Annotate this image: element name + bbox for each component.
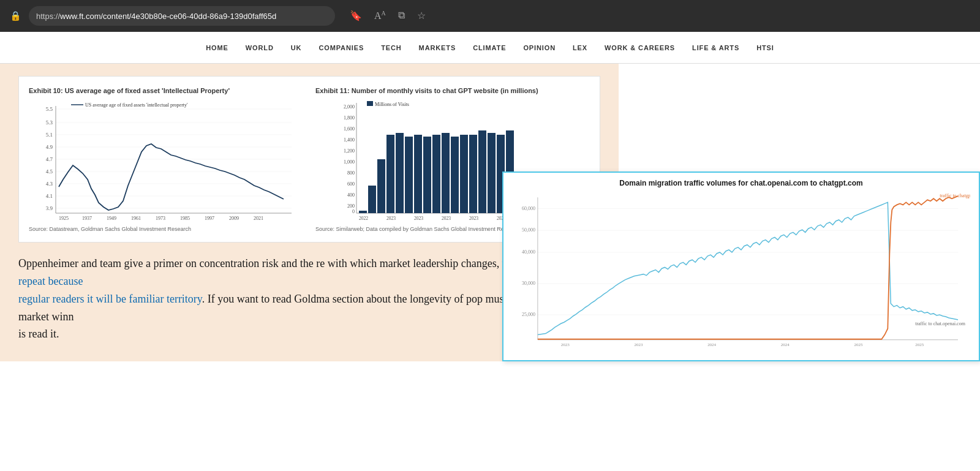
svg-rect-57 (460, 135, 468, 213)
nav-htsi[interactable]: HTSI (756, 44, 774, 51)
lock-icon: 🔒 (10, 10, 21, 21)
svg-rect-44 (367, 101, 373, 106)
svg-text:2023: 2023 (561, 342, 570, 347)
main-content: Exhibit 10: US average age of fixed asse… (0, 64, 980, 361)
chart2-title: Exhibit 11: Number of monthly visits to … (315, 86, 590, 95)
nav-tech[interactable]: TECH (381, 44, 401, 51)
svg-text:2024: 2024 (781, 342, 790, 347)
svg-rect-60 (488, 133, 496, 213)
svg-rect-50 (396, 133, 404, 213)
nav-markets[interactable]: MARKETS (419, 44, 456, 51)
svg-text:2023: 2023 (386, 216, 396, 221)
svg-rect-47 (368, 186, 376, 213)
nav-climate[interactable]: CLIMATE (473, 44, 506, 51)
svg-rect-49 (386, 135, 394, 213)
svg-text:1,800: 1,800 (344, 115, 355, 121)
nav-lex[interactable]: LEX (573, 44, 587, 51)
svg-text:3.9: 3.9 (46, 205, 53, 211)
svg-text:200: 200 (347, 203, 355, 209)
star-icon[interactable]: ☆ (417, 10, 426, 21)
chart1-title: Exhibit 10: US average age of fixed asse… (29, 86, 303, 95)
svg-text:2021: 2021 (254, 216, 263, 221)
text-size-icon[interactable]: AA (374, 10, 386, 21)
svg-text:2023: 2023 (469, 216, 478, 221)
svg-text:1985: 1985 (180, 216, 190, 221)
svg-text:50,000: 50,000 (522, 228, 535, 233)
svg-text:60,000: 60,000 (522, 206, 535, 211)
svg-text:2023: 2023 (414, 216, 423, 221)
url-bar[interactable]: https://www.ft.com/content/4e30b80e-ce06… (29, 6, 335, 26)
nav-uk[interactable]: UK (291, 44, 302, 51)
svg-rect-54 (432, 135, 440, 213)
svg-text:Millions of Visits: Millions of Visits (375, 102, 409, 107)
chart1-svg: 5.5 5.3 5.1 4.9 4.7 4.5 4.3 4.1 3.9 (29, 100, 303, 222)
svg-text:30,000: 30,000 (522, 281, 535, 286)
svg-text:1961: 1961 (131, 216, 141, 221)
svg-text:40,000: 40,000 (522, 249, 535, 255)
svg-rect-48 (377, 159, 385, 213)
article-link[interactable]: which we won't repeat becauseregular rea… (18, 257, 571, 305)
svg-rect-56 (451, 137, 459, 213)
svg-text:traffic to chatgpt.com: traffic to chatgpt.com (940, 193, 970, 198)
nav-world[interactable]: WORLD (246, 44, 274, 51)
svg-text:4.3: 4.3 (46, 181, 53, 187)
svg-text:25,000: 25,000 (522, 312, 535, 317)
svg-text:4.1: 4.1 (46, 193, 53, 199)
nav-companies[interactable]: COMPANIES (318, 44, 364, 51)
svg-text:1,400: 1,400 (344, 137, 355, 143)
svg-rect-53 (423, 137, 431, 213)
svg-rect-52 (414, 135, 422, 213)
svg-text:4.5: 4.5 (46, 168, 53, 175)
svg-text:2023: 2023 (442, 216, 451, 221)
tab-icon[interactable]: ⧉ (398, 10, 405, 21)
svg-text:1973: 1973 (156, 216, 165, 221)
nav-home[interactable]: HOME (206, 44, 228, 51)
overlay-chart-title: Domain migration traffic volumes for cha… (512, 179, 970, 187)
svg-text:2025: 2025 (854, 342, 863, 347)
svg-text:traffic to chat.openai.com: traffic to chat.openai.com (915, 322, 965, 327)
nav-work-careers[interactable]: WORK & CAREERS (605, 44, 675, 51)
overlay-chart-body: 60,000 50,000 40,000 30,000 25,000 (512, 191, 970, 347)
svg-text:2,000: 2,000 (344, 104, 355, 110)
svg-text:1949: 1949 (107, 216, 116, 221)
bookmark-icon[interactable]: 🔖 (350, 10, 362, 21)
svg-text:2022: 2022 (359, 216, 368, 221)
svg-text:1,000: 1,000 (344, 159, 355, 165)
svg-text:1,200: 1,200 (344, 148, 355, 154)
svg-text:5.5: 5.5 (46, 106, 53, 112)
svg-text:5.3: 5.3 (46, 119, 53, 126)
svg-text:1925: 1925 (59, 216, 69, 221)
svg-text:1997: 1997 (205, 216, 214, 221)
svg-rect-55 (442, 133, 450, 213)
svg-text:800: 800 (347, 170, 355, 176)
svg-text:US average age of fixed assets: US average age of fixed assets 'intellec… (85, 102, 188, 108)
nav-opinion[interactable]: OPINION (523, 44, 556, 51)
chart1-area: 5.5 5.3 5.1 4.9 4.7 4.5 4.3 4.1 3.9 (29, 100, 303, 222)
svg-text:1,600: 1,600 (344, 126, 355, 132)
nav-life-arts[interactable]: LIFE & ARTS (692, 44, 739, 51)
browser-chrome: 🔒 https://www.ft.com/content/4e30b80e-ce… (0, 0, 980, 32)
svg-text:0: 0 (352, 209, 355, 214)
overlay-chart: Domain migration traffic volumes for cha… (502, 171, 980, 361)
url-path: /content/4e30b80e-ce06-40dd-86a9-139d0fa… (101, 12, 277, 21)
svg-text:2023: 2023 (634, 342, 643, 347)
svg-rect-58 (469, 135, 477, 213)
svg-text:600: 600 (347, 181, 355, 187)
svg-text:2025: 2025 (915, 342, 924, 347)
svg-rect-46 (359, 211, 367, 213)
browser-toolbar-icons: 🔖 AA ⧉ ☆ (350, 10, 426, 21)
svg-text:4.9: 4.9 (46, 144, 53, 150)
svg-text:400: 400 (347, 192, 355, 198)
overlay-chart-svg: 60,000 50,000 40,000 30,000 25,000 (512, 191, 970, 347)
svg-text:5.1: 5.1 (46, 132, 53, 138)
url-text: https://www.ft.com/content/4e30b80e-ce06… (36, 12, 276, 21)
url-domain: www.ft.com (60, 12, 100, 21)
chart1-container: Exhibit 10: US average age of fixed asse… (29, 86, 303, 232)
svg-text:1937: 1937 (82, 216, 92, 221)
svg-rect-51 (405, 137, 413, 213)
svg-rect-59 (478, 130, 486, 213)
svg-text:4.7: 4.7 (46, 156, 53, 162)
chart1-source: Source: Datastream, Goldman Sachs Global… (29, 226, 303, 232)
navigation-bar: HOME WORLD UK COMPANIES TECH MARKETS CLI… (0, 32, 980, 64)
svg-text:2024: 2024 (707, 342, 716, 347)
